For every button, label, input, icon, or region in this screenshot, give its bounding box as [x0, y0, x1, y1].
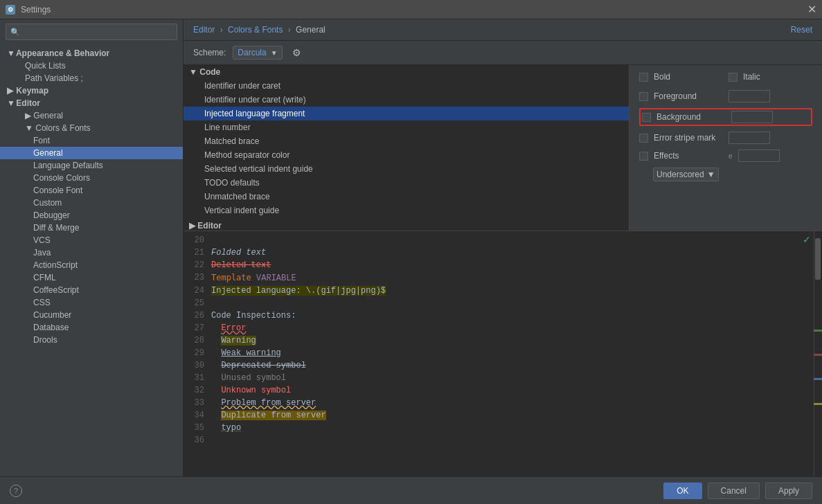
foreground-label: Foreground [654, 91, 723, 101]
italic-label: Italic [743, 72, 812, 82]
search-box[interactable]: 🔍 [6, 24, 177, 40]
expand-arrow: ▼ [7, 48, 14, 58]
code-line-26: 26 Code Inspections: [184, 309, 822, 322]
apply-button[interactable]: Apply [765, 483, 812, 499]
code-line-22: 22 Deleted text [184, 259, 822, 271]
search-input[interactable] [23, 27, 172, 37]
sidebar-item-editor[interactable]: ▼ Editor [0, 97, 183, 109]
sidebar-item-actionscript[interactable]: ActionScript [0, 259, 183, 271]
italic-checkbox[interactable] [729, 73, 738, 82]
sidebar-item-appearance[interactable]: ▼ Appearance & Behavior [0, 47, 183, 60]
code-item-method-separator[interactable]: Method separator color [184, 148, 629, 162]
sidebar-item-console-colors[interactable]: Console Colors [0, 172, 183, 184]
sidebar-item-debugger[interactable]: Debugger [0, 209, 183, 222]
sidebar-item-language-defaults[interactable]: Language Defaults [0, 159, 183, 172]
sidebar-item-java[interactable]: Java [0, 246, 183, 259]
effects-type-dropdown[interactable]: Underscored ▼ [653, 168, 719, 181]
close-button[interactable]: ✕ [807, 4, 816, 15]
sidebar-item-colors-fonts[interactable]: ▼ Colors & Fonts [0, 122, 183, 134]
code-line-35: 35 typo [184, 422, 822, 434]
sidebar-item-vcs[interactable]: VCS [0, 234, 183, 246]
code-section-code[interactable]: ▼ Code [184, 65, 629, 79]
scroll-mark-green [814, 330, 822, 332]
bold-checkbox[interactable] [639, 73, 648, 82]
ok-button[interactable]: OK [663, 483, 702, 499]
background-checkbox[interactable] [642, 113, 651, 122]
code-item-tree: ▼ Code Identifier under caret Identifier… [184, 65, 629, 231]
chevron-down-icon: ▼ [271, 49, 278, 57]
code-item-line-number[interactable]: Line number [184, 120, 629, 134]
expand-arrow-general: ▶ [25, 111, 33, 120]
scheme-dropdown[interactable]: Darcula ▼ [233, 46, 282, 60]
sidebar-item-database[interactable]: Database [0, 321, 183, 334]
main-content: 🔍 ▼ Appearance & Behavior Quick Lists Pa… [0, 19, 822, 476]
code-line-23: 23 Template VARIABLE [184, 271, 822, 285]
titlebar: ⚙ Settings ✕ [0, 0, 822, 19]
background-label: Background [656, 112, 726, 122]
code-line-33: 33 Problem from server [184, 397, 822, 409]
foreground-row: Foreground [639, 90, 812, 102]
error-stripe-checkbox[interactable] [639, 134, 648, 143]
scroll-thumb [815, 238, 821, 280]
code-preview-area: ✓ 20 21 Folded text [184, 231, 822, 476]
sidebar-item-general[interactable]: ▶ General [0, 109, 183, 122]
code-item-injected-language[interactable]: Injected language fragment [184, 107, 629, 120]
effects-row: Effects e [639, 150, 812, 162]
sidebar-item-custom[interactable]: Custom [0, 197, 183, 209]
cancel-button[interactable]: Cancel [708, 483, 760, 499]
code-item-identifier-caret-write[interactable]: Identifier under caret (write) [184, 93, 629, 107]
sidebar-item-drools[interactable]: Drools [0, 334, 183, 346]
code-item-todo[interactable]: TODO defaults [184, 176, 629, 190]
background-color-swatch[interactable] [731, 111, 773, 123]
expand-arrow-keymap: ▶ [7, 86, 14, 96]
reset-button[interactable]: Reset [791, 25, 812, 35]
sidebar-item-general-selected[interactable]: General [0, 147, 183, 159]
code-section-editor[interactable]: ▶ Editor [184, 219, 629, 231]
sidebar-item-cucumber[interactable]: Cucumber [0, 309, 183, 321]
settings-window: ⚙ Settings ✕ 🔍 ▼ Appearance & Behavior Q… [0, 0, 822, 504]
effects-checkbox[interactable] [639, 152, 648, 161]
sidebar-item-path-variables[interactable]: Path Variables ; [0, 72, 183, 84]
scroll-mark-yellow [814, 403, 822, 405]
code-item-matched-brace[interactable]: Matched brace [184, 134, 629, 148]
breadcrumb-bar: Editor › Colors & Fonts › General Reset [184, 19, 822, 41]
code-line-34: 34 Duplicate from server [184, 409, 822, 422]
sidebar-item-coffeescript[interactable]: CoffeeScript [0, 284, 183, 296]
sidebar-item-quick-lists[interactable]: Quick Lists [0, 60, 183, 72]
code-item-unmatched-brace[interactable]: Unmatched brace [184, 190, 629, 204]
code-line-36: 36 [184, 434, 822, 447]
editor-area: ▼ Code Identifier under caret Identifier… [184, 65, 822, 476]
code-item-vertical-indent[interactable]: Vertical indent guide [184, 204, 629, 217]
effects-label: Effects [654, 151, 723, 161]
foreground-checkbox[interactable] [639, 92, 648, 101]
chevron-down-effects-icon: ▼ [707, 170, 715, 179]
scheme-gear-button[interactable]: ⚙ [289, 45, 305, 60]
window-title: Settings [21, 5, 802, 15]
sidebar-item-cfml[interactable]: CFML [0, 271, 183, 284]
sidebar-item-css[interactable]: CSS [0, 296, 183, 309]
breadcrumb-colors-fonts: Colors & Fonts [228, 25, 283, 35]
code-preview[interactable]: 20 21 Folded text 22 Deleted text [184, 231, 822, 476]
scrollbar-v[interactable] [814, 231, 822, 476]
sidebar-item-diff-merge[interactable]: Diff & Merge [0, 222, 183, 234]
code-line-29: 29 Weak warning [184, 347, 822, 359]
foreground-color-swatch[interactable] [729, 90, 770, 102]
expand-arrow-code: ▼ [189, 67, 199, 77]
sidebar-item-keymap[interactable]: ▶ Keymap [0, 84, 183, 97]
right-panel: Editor › Colors & Fonts › General Reset … [184, 19, 822, 476]
sidebar-item-font[interactable]: Font [0, 134, 183, 147]
help-button[interactable]: ? [10, 485, 22, 497]
sidebar-item-console-font[interactable]: Console Font [0, 184, 183, 197]
scheme-label: Scheme: [193, 48, 226, 57]
bottom-bar: ? OK Cancel Apply [0, 476, 822, 504]
error-stripe-label: Error stripe mark [654, 133, 723, 143]
effects-type-row: Underscored ▼ [639, 168, 812, 181]
code-line-24: 24 Injected language: \.(gif|jpg|png)$ [184, 285, 822, 297]
code-item-identifier-caret[interactable]: Identifier under caret [184, 79, 629, 93]
effects-color-swatch[interactable] [738, 150, 780, 162]
error-stripe-swatch[interactable] [729, 132, 770, 144]
code-item-selected-indent[interactable]: Selected vertical indent guide [184, 162, 629, 176]
app-icon: ⚙ [6, 5, 15, 15]
scroll-mark-red [814, 354, 822, 356]
code-line-31: 31 Unused symbol [184, 372, 822, 384]
